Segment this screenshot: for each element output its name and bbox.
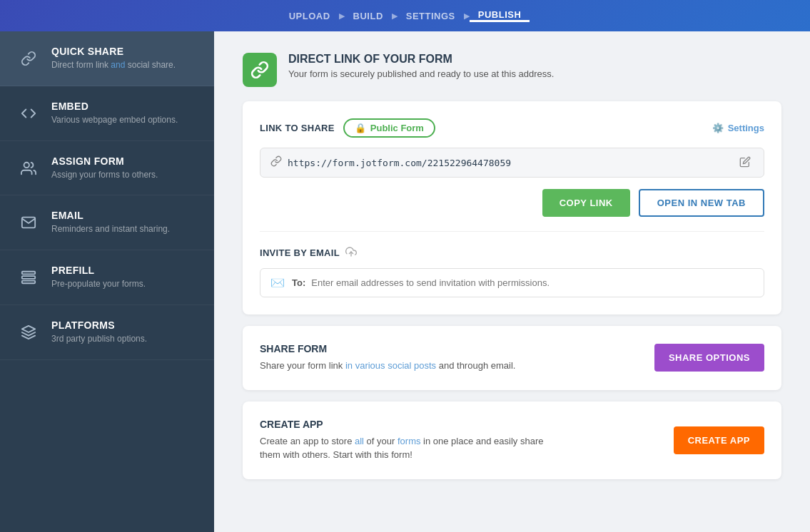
share-form-title: SHARE FORM xyxy=(260,343,515,354)
nav-arrow-1: ▶ xyxy=(339,11,345,21)
layers-icon xyxy=(17,321,40,344)
svg-rect-1 xyxy=(22,272,35,275)
invite-email-label: INVITE BY EMAIL xyxy=(260,246,764,260)
direct-link-header: DIRECT LINK OF YOUR FORM Your form is se… xyxy=(243,53,781,87)
header-text: DIRECT LINK OF YOUR FORM Your form is se… xyxy=(288,53,554,79)
upload-icon xyxy=(345,246,357,260)
form-url: https://form.jotform.com/221522964478059 xyxy=(288,158,736,168)
create-app-info: CREATE APP Create an app to store all of… xyxy=(260,419,545,462)
share-form-card: SHARE FORM Share your form link in vario… xyxy=(243,326,781,390)
sidebar-item-email[interactable]: EMAIL Reminders and instant sharing. xyxy=(0,195,214,250)
url-row: https://form.jotform.com/221522964478059 xyxy=(260,148,764,178)
nav-step-build[interactable]: BUILD xyxy=(345,11,392,21)
edit-url-button[interactable] xyxy=(736,156,754,170)
share-form-info: SHARE FORM Share your form link in vario… xyxy=(260,343,515,373)
public-form-badge[interactable]: 🔒 Public Form xyxy=(343,118,435,138)
link-share-label: LINK TO SHARE xyxy=(260,123,335,133)
sidebar-text-email: EMAIL Reminders and instant sharing. xyxy=(51,210,170,235)
email-input[interactable] xyxy=(311,277,754,288)
link-share-row: LINK TO SHARE 🔒 Public Form ⚙️ Settings xyxy=(260,118,764,138)
top-navigation: UPLOAD ▶ BUILD ▶ SETTINGS ▶ PUBLISH xyxy=(0,0,810,31)
lock-icon: 🔒 xyxy=(355,123,366,133)
share-form-desc: Share your form link in various social p… xyxy=(260,359,515,373)
sidebar-text-prefill: PREFILL Pre-populate your forms. xyxy=(51,265,146,290)
main-content: DIRECT LINK OF YOUR FORM Your form is se… xyxy=(214,31,810,532)
divider xyxy=(260,231,764,232)
nav-arrow-2: ▶ xyxy=(392,11,398,21)
nav-arrow-3: ▶ xyxy=(464,11,470,21)
link-share-left: LINK TO SHARE 🔒 Public Form xyxy=(260,118,435,138)
svg-rect-2 xyxy=(22,276,35,279)
nav-step-settings[interactable]: SETTINGS xyxy=(398,11,464,21)
public-form-text: Public Form xyxy=(370,123,424,133)
stack-icon xyxy=(17,266,40,289)
header-title: DIRECT LINK OF YOUR FORM xyxy=(288,53,554,66)
envelope-icon xyxy=(17,211,40,234)
code-icon xyxy=(17,102,40,125)
svg-point-0 xyxy=(24,162,29,167)
header-subtitle: Your form is securely published and read… xyxy=(288,68,554,79)
create-app-desc: Create an app to store all of your forms… xyxy=(260,434,545,462)
nav-step-publish[interactable]: PUBLISH xyxy=(470,9,530,22)
share-options-button[interactable]: SHARE OPTIONS xyxy=(654,344,764,372)
users-icon xyxy=(17,157,40,180)
email-input-row: ✉️ To: xyxy=(260,268,764,297)
create-app-card: CREATE APP Create an app to store all of… xyxy=(243,401,781,479)
sidebar-item-embed[interactable]: EMBED Various webpage embed options. xyxy=(0,86,214,141)
copy-link-button[interactable]: COPY LINK xyxy=(542,189,630,217)
link-action-buttons: COPY LINK OPEN IN NEW TAB xyxy=(260,189,764,217)
sidebar-text-quick-share: QUICK SHARE Direct form link and social … xyxy=(51,46,176,71)
svg-rect-3 xyxy=(22,281,35,284)
settings-link[interactable]: ⚙️ Settings xyxy=(712,123,764,133)
sidebar-text-assign-form: ASSIGN FORM Assign your forms to others. xyxy=(51,155,158,181)
sidebar-item-assign-form[interactable]: ASSIGN FORM Assign your forms to others. xyxy=(0,141,214,196)
url-link-icon xyxy=(270,155,282,170)
gear-icon: ⚙️ xyxy=(712,123,724,133)
sidebar: QUICK SHARE Direct form link and social … xyxy=(0,31,214,532)
link-share-card: LINK TO SHARE 🔒 Public Form ⚙️ Settings xyxy=(243,101,781,314)
create-app-button[interactable]: CREATE APP xyxy=(674,426,764,454)
to-label: To: xyxy=(292,277,305,288)
sidebar-text-embed: EMBED Various webpage embed options. xyxy=(51,101,178,126)
svg-marker-4 xyxy=(22,326,35,332)
email-icon: ✉️ xyxy=(270,276,285,290)
sidebar-item-prefill[interactable]: PREFILL Pre-populate your forms. xyxy=(0,250,214,305)
open-new-tab-button[interactable]: OPEN IN NEW TAB xyxy=(639,189,764,217)
link-icon xyxy=(17,47,40,70)
nav-step-upload[interactable]: UPLOAD xyxy=(280,11,339,21)
direct-link-icon xyxy=(243,53,277,87)
sidebar-item-quick-share[interactable]: QUICK SHARE Direct form link and social … xyxy=(0,31,214,86)
create-app-title: CREATE APP xyxy=(260,419,545,430)
sidebar-item-platforms[interactable]: PLATFORMS 3rd party publish options. xyxy=(0,305,214,360)
sidebar-text-platforms: PLATFORMS 3rd party publish options. xyxy=(51,319,147,345)
